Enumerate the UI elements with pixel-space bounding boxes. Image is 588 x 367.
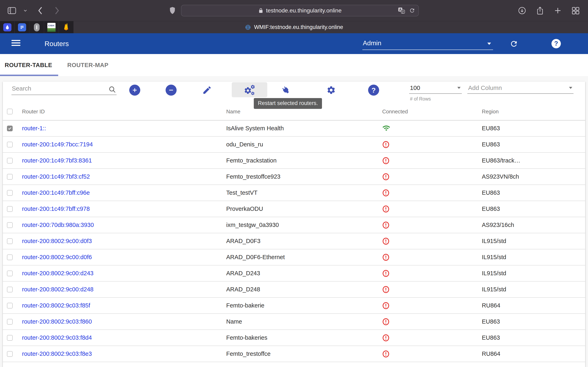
router-id-link[interactable]: router-200:8002:9c00:d243 bbox=[22, 270, 94, 276]
router-id-link[interactable]: router-200:1c49:7bf3:cf52 bbox=[22, 173, 90, 180]
error-icon bbox=[382, 286, 478, 293]
row-checkbox[interactable] bbox=[7, 287, 13, 292]
region: IL915/std bbox=[478, 238, 585, 244]
router-name: ProverkaODU bbox=[223, 206, 379, 212]
table-row: router-200:1c49:7bff:c96e Test_testVT EU… bbox=[3, 185, 585, 201]
chevron-down-icon bbox=[487, 43, 491, 45]
router-id-link[interactable]: router-200:8002:9c00:d0f3 bbox=[22, 238, 92, 244]
table-row: router-200:1c49:7bf3:8361 Femto_tracksta… bbox=[3, 153, 585, 169]
gear-icon bbox=[327, 85, 336, 95]
error-icon bbox=[382, 269, 478, 277]
column-header-connected: Connected bbox=[379, 108, 478, 115]
privacy-shield-icon[interactable] bbox=[169, 7, 176, 15]
region: IL915/std bbox=[478, 286, 585, 293]
table-row: router-200:8002:9c00:d248 ARAD_D248 IL91… bbox=[3, 282, 585, 298]
active-tab[interactable]: WMIF:testnode.eu.thingularity.online bbox=[245, 21, 343, 33]
share-icon[interactable] bbox=[536, 6, 544, 15]
page-title: Routers bbox=[44, 33, 69, 54]
pinned-tab-capsule[interactable] bbox=[29, 21, 44, 33]
select-all-checkbox[interactable] bbox=[7, 109, 13, 114]
row-checkbox[interactable] bbox=[7, 319, 13, 325]
region: AS923VN/8ch bbox=[478, 173, 585, 180]
lock-icon bbox=[258, 8, 263, 13]
pinned-tab-usda[interactable]: USDA bbox=[44, 21, 59, 33]
pinned-tab-droplet[interactable] bbox=[0, 21, 15, 33]
router-name: ARAD_D243 bbox=[223, 270, 379, 277]
row-checkbox[interactable] bbox=[7, 222, 13, 228]
error-icon bbox=[382, 237, 478, 245]
add-column-value: Add Column bbox=[467, 84, 573, 93]
router-id-link[interactable]: router-200:8002:9c03:f8e3 bbox=[22, 350, 92, 357]
region: RU864 bbox=[478, 302, 585, 309]
add-router-button[interactable] bbox=[129, 84, 140, 96]
row-checkbox[interactable] bbox=[7, 125, 13, 131]
row-checkbox[interactable] bbox=[7, 271, 13, 276]
check-icon bbox=[8, 126, 12, 131]
region: EU863 bbox=[478, 318, 585, 325]
router-id-link[interactable]: router-200:1c49:7bff:c96e bbox=[22, 189, 90, 196]
table-row: router-200:70db:980a:3930 ixm_testgw_0a3… bbox=[3, 217, 585, 233]
router-id-link[interactable]: router-200:70db:980a:3930 bbox=[22, 222, 94, 228]
url-text: testnode.eu.thingularity.online bbox=[266, 7, 342, 14]
router-name: Name bbox=[223, 318, 379, 325]
forward-button[interactable] bbox=[54, 7, 60, 15]
translate-icon[interactable]: A bbox=[398, 7, 405, 14]
search-input[interactable] bbox=[11, 83, 117, 95]
role-selector[interactable]: Admin bbox=[362, 38, 493, 50]
router-id-link[interactable]: router-200:1c49:7bcc:7194 bbox=[22, 141, 93, 148]
router-name: IsAlive System Health bbox=[223, 125, 379, 132]
error-icon bbox=[382, 334, 478, 342]
back-button[interactable] bbox=[38, 7, 43, 15]
row-checkbox[interactable] bbox=[7, 174, 13, 180]
help-button[interactable]: ? bbox=[552, 39, 561, 48]
router-id-link[interactable]: router-200:1c49:7bf3:8361 bbox=[22, 157, 92, 164]
sidebar-chevron-icon[interactable] bbox=[23, 9, 27, 12]
router-id-link[interactable]: router-200:1c49:7bff:c978 bbox=[22, 206, 90, 212]
row-checkbox[interactable] bbox=[7, 351, 13, 357]
pinned-tab-list[interactable] bbox=[15, 21, 29, 33]
router-id-link[interactable]: router-1:: bbox=[22, 125, 46, 132]
row-checkbox[interactable] bbox=[7, 158, 13, 164]
router-id-link[interactable]: router-200:8002:9c03:f860 bbox=[22, 318, 92, 325]
toolbar-help-button[interactable]: ? bbox=[368, 84, 379, 96]
pinned-tab-flame[interactable] bbox=[59, 21, 73, 33]
router-id-link[interactable]: router-200:8002:9c00:d0f6 bbox=[22, 254, 92, 260]
row-checkbox[interactable] bbox=[7, 206, 13, 212]
view-tabs: ROUTER-TABLE ROUTER-MAP bbox=[0, 54, 588, 76]
region: IL915/std bbox=[478, 254, 585, 261]
router-id-link[interactable]: router-200:8002:9c00:d248 bbox=[22, 286, 94, 292]
router-id-link[interactable]: router-200:8002:9c03:f8d4 bbox=[22, 334, 92, 341]
plus-circle-icon bbox=[129, 85, 140, 96]
tab-router-map[interactable]: ROUTER-MAP bbox=[58, 54, 118, 76]
address-bar[interactable]: testnode.eu.thingularity.online A bbox=[181, 5, 419, 16]
tab-overview-icon[interactable] bbox=[571, 6, 580, 15]
row-checkbox[interactable] bbox=[7, 238, 13, 244]
new-tab-icon[interactable] bbox=[554, 7, 562, 15]
reload-icon[interactable] bbox=[409, 8, 415, 14]
router-name: Femto_trestoffce923 bbox=[223, 173, 379, 180]
connect-button[interactable] bbox=[280, 84, 292, 96]
downloads-icon[interactable] bbox=[518, 6, 526, 15]
settings-button[interactable] bbox=[325, 84, 337, 96]
wifi-icon bbox=[382, 125, 478, 132]
row-checkbox[interactable] bbox=[7, 190, 13, 196]
restart-routers-button[interactable] bbox=[244, 84, 255, 96]
search-icon bbox=[108, 86, 116, 93]
add-column-select[interactable]: Add Column bbox=[467, 84, 573, 94]
region: EU863 bbox=[478, 206, 585, 212]
menu-icon[interactable] bbox=[11, 40, 20, 47]
rows-per-page-select[interactable]: 100 # of Rows bbox=[409, 84, 462, 102]
refresh-button[interactable] bbox=[510, 40, 518, 48]
remove-router-button[interactable] bbox=[165, 84, 177, 96]
router-id-link[interactable]: router-200:8002:9c03:f85f bbox=[22, 302, 90, 309]
tab-router-table[interactable]: ROUTER-TABLE bbox=[0, 54, 58, 76]
row-checkbox[interactable] bbox=[7, 335, 13, 341]
row-checkbox[interactable] bbox=[7, 142, 13, 147]
region: RU864 bbox=[478, 350, 585, 357]
region: EU863/track… bbox=[478, 157, 585, 164]
edit-router-button[interactable] bbox=[201, 84, 213, 96]
sidebar-toggle-icon[interactable] bbox=[7, 7, 16, 14]
app-header: Routers Admin ? bbox=[0, 33, 588, 54]
row-checkbox[interactable] bbox=[7, 254, 13, 260]
row-checkbox[interactable] bbox=[7, 303, 13, 309]
